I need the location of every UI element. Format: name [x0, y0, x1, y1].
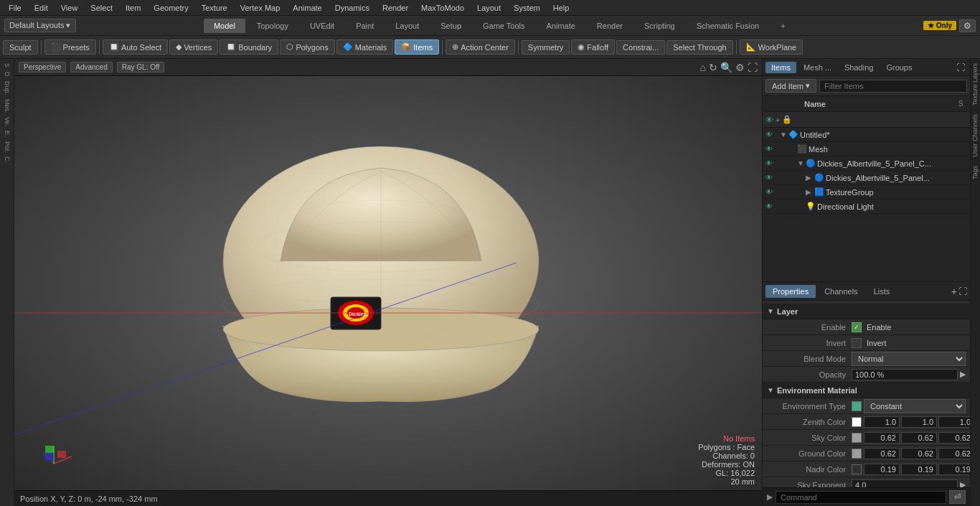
viewport-search-icon[interactable]: 🔍	[720, 62, 732, 73]
props-tab-properties[interactable]: Properties	[765, 285, 816, 298]
zenith-b-input[interactable]	[938, 416, 970, 428]
action-center-button[interactable]: ⊕ Action Center	[446, 39, 515, 55]
sky-exp-arrow[interactable]: ▶	[960, 480, 966, 487]
menu-vertex-map[interactable]: Vertex Map	[235, 2, 286, 14]
ground-color-swatch[interactable]	[852, 449, 862, 459]
eye-icon[interactable]: 👁	[765, 116, 773, 124]
tab-add-layout[interactable]: +	[771, 19, 795, 33]
opacity-arrow[interactable]: ▶	[960, 370, 966, 379]
vert-tab-user-channels[interactable]: User Channels	[971, 110, 980, 161]
tree-eye-dickies2[interactable]: 👁	[765, 174, 776, 182]
tab-render[interactable]: Render	[587, 19, 633, 33]
panel-tab-groups[interactable]: Groups	[880, 62, 918, 73]
layer-section-header[interactable]: ▼ Layer	[763, 304, 970, 319]
menu-select[interactable]: Select	[85, 2, 118, 14]
menu-geometry[interactable]: Geometry	[148, 2, 194, 14]
props-add-icon[interactable]: +	[951, 286, 957, 297]
menu-maxtomodo[interactable]: MaxToModo	[415, 2, 470, 14]
props-expand-icon[interactable]: ⛶	[958, 286, 967, 296]
perspective-button[interactable]: Perspective	[19, 62, 66, 72]
tree-item-dir-light[interactable]: 👁 💡 Directional Light	[763, 200, 970, 214]
viewport-settings-icon[interactable]: ⚙	[735, 62, 745, 73]
menu-view[interactable]: View	[55, 2, 84, 14]
env-type-color[interactable]	[852, 401, 862, 411]
panel-tab-items[interactable]: Items	[765, 62, 796, 73]
tree-item-dickies2[interactable]: 👁 ▶ 🔵 Dickies_Albertville_5_Panel...	[763, 171, 970, 185]
star-badge[interactable]: ★ Only	[923, 21, 956, 30]
vert-tab-texture-layers[interactable]: Texture Layers	[971, 59, 980, 110]
vertices-button[interactable]: ◆ Vertices	[169, 39, 218, 55]
menu-help[interactable]: Help	[547, 2, 575, 14]
materials-button[interactable]: 🔷 Materials	[336, 39, 394, 55]
add-icon[interactable]: +	[776, 116, 780, 124]
filter-items-input[interactable]	[819, 80, 967, 93]
props-tab-lists[interactable]: Lists	[867, 285, 897, 298]
menu-system[interactable]: System	[508, 2, 546, 14]
menu-layout[interactable]: Layout	[471, 2, 507, 14]
tree-arrow-dickies1[interactable]: ▼	[797, 159, 806, 167]
invert-checkbox[interactable]	[852, 338, 862, 348]
tree-eye-untitled[interactable]: 👁	[765, 131, 776, 139]
menu-texture[interactable]: Texture	[196, 2, 233, 14]
sidebar-item-dup[interactable]: Dup.	[4, 80, 11, 96]
sidebar-item-ve[interactable]: Ve.	[4, 116, 11, 128]
tab-scripting[interactable]: Scripting	[634, 19, 685, 33]
panel-tab-mesh[interactable]: Mesh ...	[798, 62, 837, 73]
sidebar-item-s[interactable]: S	[4, 62, 11, 69]
tree-eye-texturegroup[interactable]: 👁	[765, 188, 776, 196]
menu-edit[interactable]: Edit	[29, 2, 54, 14]
nadir-b-input[interactable]	[938, 464, 970, 475]
props-tab-channels[interactable]: Channels	[817, 285, 864, 298]
blend-mode-dropdown[interactable]: Normal	[852, 352, 966, 366]
ray-gl-button[interactable]: Ray GL: Off	[117, 62, 165, 72]
sky-r-input[interactable]	[864, 432, 900, 444]
sky-color-swatch[interactable]	[852, 433, 862, 443]
tree-item-mesh[interactable]: 👁 ⬛ Mesh	[763, 142, 970, 156]
select-through-button[interactable]: Select Through	[666, 40, 732, 55]
enable-checkbox[interactable]: ✓	[852, 322, 862, 332]
tree-eye-dirlight[interactable]: 👁	[765, 202, 776, 210]
ground-g-input[interactable]	[901, 448, 937, 459]
nadir-color-swatch[interactable]	[852, 464, 862, 474]
tree-arrow-dickies2[interactable]: ▶	[806, 174, 814, 182]
sculpt-button[interactable]: Sculpt	[3, 40, 38, 55]
env-type-dropdown[interactable]: Constant	[864, 399, 966, 413]
presets-button[interactable]: ⬛ Presets	[44, 39, 96, 55]
tab-paint[interactable]: Paint	[346, 19, 384, 33]
sky-g-input[interactable]	[901, 432, 937, 444]
nadir-r-input[interactable]	[864, 464, 900, 475]
items-button[interactable]: 📦 Items	[395, 39, 439, 55]
gear-button[interactable]: ⚙	[959, 19, 976, 32]
zenith-g-input[interactable]	[901, 416, 937, 428]
menu-file[interactable]: File	[3, 2, 27, 14]
tree-item-untitled[interactable]: 👁 ▼ 🔷 Untitled*	[763, 128, 970, 142]
tree-arrow-untitled[interactable]: ▼	[780, 131, 788, 139]
tree-eye-mesh[interactable]: 👁	[765, 145, 776, 153]
sidebar-item-c[interactable]: C.	[4, 155, 11, 164]
tab-setup[interactable]: Setup	[430, 19, 471, 33]
sidebar-item-d[interactable]: D	[4, 70, 11, 78]
tree-item-texture-group[interactable]: 👁 ▶ 🟦 TextureGroup	[763, 185, 970, 200]
tab-topology[interactable]: Topology	[247, 19, 298, 33]
nadir-g-input[interactable]	[901, 464, 937, 475]
tab-schematic-fusion[interactable]: Schematic Fusion	[687, 19, 769, 33]
command-submit-button[interactable]: ⏎	[949, 490, 966, 504]
constrain-button[interactable]: Constrai...	[616, 40, 665, 55]
ground-b-input[interactable]	[938, 448, 970, 459]
workplane-button[interactable]: 📐 WorkPlane	[740, 39, 804, 55]
menu-animate[interactable]: Animate	[287, 2, 327, 14]
symmetry-button[interactable]: Symmetry	[522, 40, 570, 55]
tab-game-tools[interactable]: Game Tools	[473, 19, 535, 33]
lock-icon[interactable]: 🔒	[782, 115, 792, 124]
tree-arrow-texturegroup[interactable]: ▶	[806, 188, 814, 196]
tab-model[interactable]: Model	[204, 19, 245, 33]
zenith-r-input[interactable]	[864, 416, 900, 428]
sky-b-input[interactable]	[938, 432, 970, 444]
layouts-dropdown[interactable]: Default Layouts ▾	[4, 19, 76, 32]
boundary-button[interactable]: 🔲 Boundary	[220, 39, 278, 55]
menu-render[interactable]: Render	[377, 2, 414, 14]
advanced-button[interactable]: Advanced	[70, 62, 112, 72]
ground-r-input[interactable]	[864, 448, 900, 459]
menu-dynamics[interactable]: Dynamics	[329, 2, 375, 14]
add-item-button[interactable]: Add Item ▾	[765, 79, 816, 93]
